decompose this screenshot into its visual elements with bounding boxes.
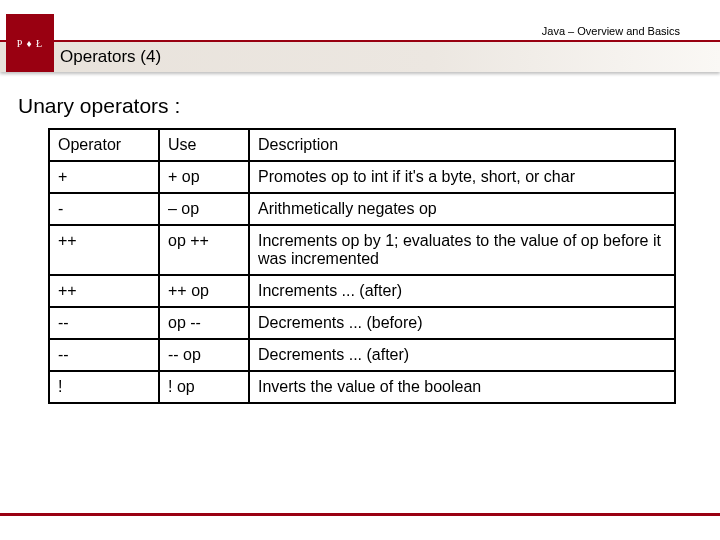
cell-use: + op (159, 161, 249, 193)
cell-operator: ! (49, 371, 159, 403)
cell-use: ! op (159, 371, 249, 403)
cell-description: Increments ... (after) (249, 275, 675, 307)
logo-text: P ♦ Ł (17, 38, 43, 49)
university-logo: P ♦ Ł (6, 14, 54, 72)
cell-description: Inverts the value of the boolean (249, 371, 675, 403)
table-header-row: Operator Use Description (49, 129, 675, 161)
col-header-operator: Operator (49, 129, 159, 161)
cell-operator: -- (49, 339, 159, 371)
cell-use: – op (159, 193, 249, 225)
cell-description: Decrements ... (after) (249, 339, 675, 371)
cell-description: Increments op by 1; evaluates to the val… (249, 225, 675, 275)
table-row: -- op -- Decrements ... (before) (49, 307, 675, 339)
operators-table: Operator Use Description + + op Promotes… (48, 128, 676, 404)
cell-use: ++ op (159, 275, 249, 307)
cell-operator: - (49, 193, 159, 225)
section-heading: Unary operators : (18, 94, 702, 118)
col-header-description: Description (249, 129, 675, 161)
table-row: ! ! op Inverts the value of the boolean (49, 371, 675, 403)
cell-description: Promotes op to int if it's a byte, short… (249, 161, 675, 193)
table-row: ++ op ++ Increments op by 1; evaluates t… (49, 225, 675, 275)
table-row: + + op Promotes op to int if it's a byte… (49, 161, 675, 193)
cell-operator: + (49, 161, 159, 193)
cell-description: Decrements ... (before) (249, 307, 675, 339)
slide-title: Operators (4) (60, 47, 161, 67)
topic-label: Java – Overview and Basics (542, 25, 680, 37)
slide-header: Java – Overview and Basics P ♦ Ł Operato… (0, 0, 720, 72)
table-row: -- -- op Decrements ... (after) (49, 339, 675, 371)
cell-use: op -- (159, 307, 249, 339)
slide-content: Unary operators : Operator Use Descripti… (0, 72, 720, 404)
footer-rule (0, 513, 720, 516)
cell-description: Arithmetically negates op (249, 193, 675, 225)
cell-use: op ++ (159, 225, 249, 275)
cell-use: -- op (159, 339, 249, 371)
cell-operator: -- (49, 307, 159, 339)
table-row: ++ ++ op Increments ... (after) (49, 275, 675, 307)
cell-operator: ++ (49, 225, 159, 275)
title-bar: Operators (4) (0, 42, 720, 72)
col-header-use: Use (159, 129, 249, 161)
cell-operator: ++ (49, 275, 159, 307)
table-row: - – op Arithmetically negates op (49, 193, 675, 225)
